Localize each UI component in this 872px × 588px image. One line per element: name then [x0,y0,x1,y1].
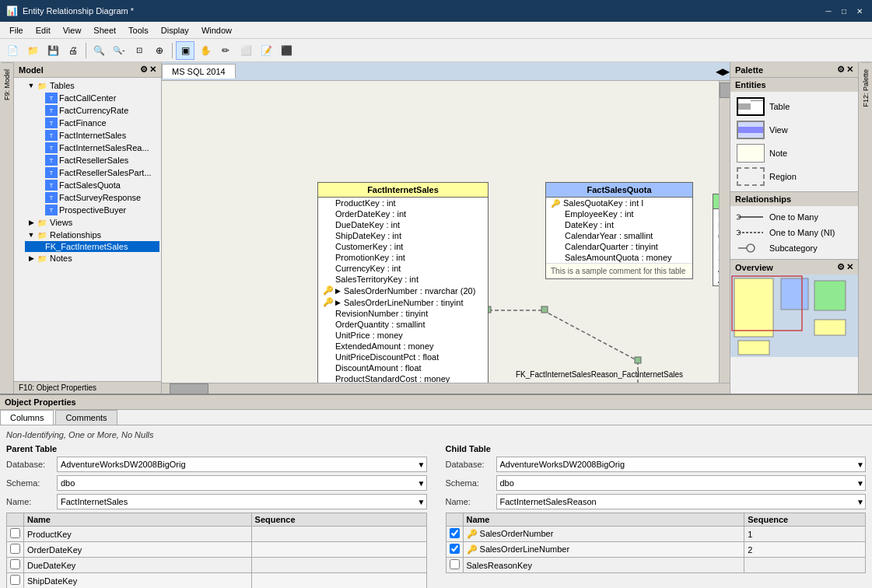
child-name-dropdown-icon[interactable]: ▼ [856,498,864,506]
canvas-viewport[interactable]: FK_FactInternetSalesReason_FactInternetS… [162,81,719,383]
menu-edit[interactable]: Edit [30,24,57,37]
tree-notes-section[interactable]: ▶ 📁 Notes [16,252,159,264]
parent-col-check-1[interactable] [10,528,20,538]
tree-item-factinternetsales[interactable]: T FactInternetSales [25,129,159,142]
expand-views-icon[interactable]: ▶ [26,219,36,226]
child-schema-input[interactable] [496,475,867,491]
open-button[interactable]: 📁 [23,41,42,60]
erd-table-factsalesquota[interactable]: FactSalesQuota 🔑 SalesQuotaKey : int I E… [545,182,693,279]
palette-item-note[interactable]: Note [734,142,855,165]
select-button[interactable]: ▣ [176,41,194,60]
hand-button[interactable]: ✋ [196,41,215,60]
child-col-check-2[interactable] [450,544,460,554]
tree-item-factinternetsalesrea[interactable]: T FactInternetSalesRea... [25,142,159,154]
draw-button[interactable]: ✏ [216,41,235,60]
columns-tab[interactable]: Columns [0,410,54,425]
palette-item-view[interactable]: View [734,118,855,142]
palette-item-region[interactable]: Region [734,165,855,188]
menu-sheet[interactable]: Sheet [87,24,122,37]
new-button[interactable]: 📄 [3,41,22,60]
parent-col-check-3[interactable] [10,559,20,569]
table-row: UnitPriceDiscountPct : float [318,352,488,362]
scroll-right-btn[interactable]: ▶ [723,66,730,77]
maximize-button[interactable]: □ [838,5,850,17]
tree-item-fk-rel[interactable]: FK_FactInternetSales [25,241,159,252]
menu-tools[interactable]: Tools [122,24,155,37]
model-settings-icon[interactable]: ⚙ [140,65,148,75]
child-col-check-3[interactable] [450,559,460,569]
canvas-tab-mssql[interactable]: MS SQL 2014 [162,64,236,79]
child-col-check-1[interactable] [450,528,460,538]
menu-view[interactable]: View [57,24,88,37]
expand-notes-icon[interactable]: ▶ [26,254,36,262]
parent-db-dropdown-icon[interactable]: ▼ [418,460,425,469]
palette-item-subcategory[interactable]: Subcategory [734,240,855,256]
vscroll-thumb[interactable] [720,82,730,98]
parent-schema-input[interactable] [57,475,427,491]
erd-table-factinternetsales[interactable]: FactInternetSales ProductKey : int Order… [317,182,489,383]
palette-item-one-to-many[interactable]: One to Many [734,209,855,225]
menu-display[interactable]: Display [155,24,195,37]
model-tab[interactable]: F9: Model [2,62,12,107]
tree-tables-section[interactable]: ▼ 📁 Tables [16,79,159,92]
tree-item-prospectivebuyer[interactable]: T ProspectiveBuyer [25,204,159,216]
tree-item-factcurrencyrate[interactable]: T FactCurrencyRate [25,104,159,117]
tree-item-factsurveyresponse[interactable]: T FactSurveyResponse [25,191,159,204]
minimize-button[interactable]: ─ [822,5,835,17]
palette-side-tab[interactable]: F12: Palette [860,62,871,114]
zoom-out-button[interactable]: 🔍- [110,41,128,60]
expand-tables-icon[interactable]: ▼ [26,82,36,89]
parent-schema-dropdown-icon[interactable]: ▼ [418,479,425,488]
model-close-icon[interactable]: ✕ [149,65,156,75]
parent-database-input[interactable] [57,457,427,472]
parent-col-check-4[interactable] [10,575,20,585]
relationship-type-label: Non-Identifying, One or More, No Nulls [3,429,869,441]
menu-file[interactable]: File [3,24,30,37]
side-tabs: F9: Model [0,62,14,394]
menu-window[interactable]: Window [195,24,238,37]
zoom-100-button[interactable]: ⊕ [150,41,169,60]
child-database-input[interactable] [496,457,867,472]
zoom-in-button[interactable]: 🔍 [89,41,108,60]
comments-tab[interactable]: Comments [55,410,117,425]
expand-rels-icon[interactable]: ▼ [26,231,36,239]
svg-rect-19 [814,320,846,335]
save-button[interactable]: 💾 [44,41,62,60]
palette-item-one-to-many-ni[interactable]: One to Many (NI) [734,225,855,240]
table-row: CalendarQuarter : tinyint [546,241,692,252]
canvas-vscroll[interactable] [719,81,730,383]
relationships-section-header[interactable]: Relationships [730,192,858,206]
tree-item-factfinance[interactable]: T FactFinance [25,117,159,129]
palette-close-icon[interactable]: ✕ [846,65,853,75]
tree-item-factresellersales[interactable]: T FactResellerSales [25,154,159,166]
scroll-left-btn[interactable]: ◀ [716,66,723,77]
canvas-hscroll[interactable] [162,383,730,394]
tree-relationships-section[interactable]: ▼ 📁 Relationships [16,229,159,241]
overview-content[interactable] [730,275,858,357]
tree-views-section[interactable]: ▶ 📁 Views [16,216,159,229]
hscroll-thumb[interactable] [170,383,208,394]
table-row: 🔑 SalesQuotaKey : int I [546,198,692,208]
tree-item-factresellersalespart[interactable]: T FactResellerSalesPart... [25,166,159,179]
child-name-input[interactable] [496,494,867,509]
entities-section-header[interactable]: Entities [730,78,858,92]
parent-name-dropdown-icon[interactable]: ▼ [418,498,425,506]
palette-settings-icon[interactable]: ⚙ [837,65,845,75]
print-button[interactable]: 🖨 [64,41,82,60]
parent-col-check-2[interactable] [10,544,20,554]
zoom-fit-button[interactable]: ⊡ [130,41,149,60]
erd-table-factfinance[interactable]: FactFinance FinanceKey : int I DateKey :… [713,194,719,286]
overview-settings-icon[interactable]: ⚙ [837,262,845,272]
region-button[interactable]: ⬛ [277,41,296,60]
tree-item-factsalesquota[interactable]: T FactSalesQuota [25,179,159,191]
palette-item-table[interactable]: Table [734,95,855,118]
overview-close-icon[interactable]: ✕ [846,262,853,272]
note-button[interactable]: 📝 [257,41,275,60]
child-db-dropdown-icon[interactable]: ▼ [856,460,864,469]
parent-name-input[interactable] [57,494,427,509]
close-button[interactable]: ✕ [853,5,866,17]
table-row: CalendarYear : smallint [546,230,692,241]
tree-item-factcallcenter[interactable]: T FactCallCenter [25,92,159,104]
child-schema-dropdown-icon[interactable]: ▼ [856,479,864,488]
eraser-button[interactable]: ⬜ [236,41,255,60]
